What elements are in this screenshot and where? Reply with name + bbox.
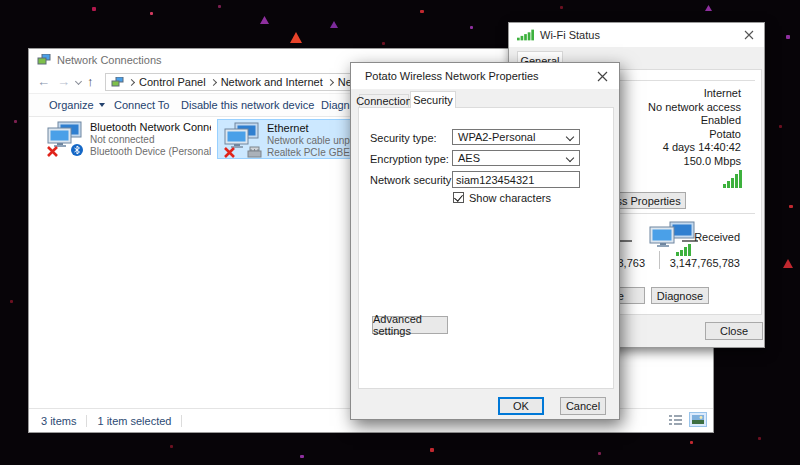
ethernet-badge-icon [248,147,261,157]
encryption-type-label: Encryption type: [370,153,449,165]
desktop-speck [690,441,693,444]
security-type-label: Security type: [370,132,437,144]
tab-security[interactable]: Security [410,91,456,108]
checkmark-icon [454,192,463,201]
connection-name: Bluetooth Network Connection [90,121,211,134]
sent-value: 3,763 [617,257,645,269]
ws-window-title: Wi-Fi Status [540,29,600,41]
wifi-signal-icon [517,29,534,41]
connection-device: Bluetooth Device (Personal Area ... [90,146,211,158]
desktop-speck [598,452,601,455]
recent-locations-icon[interactable] [75,78,82,85]
ethernet-adapter-icon [222,122,262,158]
security-type-select[interactable]: WPA2-Personal [452,129,580,145]
desktop-speck [758,437,761,440]
ipv6-connectivity-value: No network access [648,101,741,115]
desktop-speck [10,300,13,303]
connection-status: Not connected [90,134,211,146]
back-icon[interactable]: ← [37,74,50,89]
breadcrumb-network-and-internet[interactable]: Network and Internet [221,76,323,88]
breadcrumb-chevron-icon[interactable] [327,78,334,85]
advanced-settings-label: Advanced settings [373,313,447,337]
connection-values: Internet No network access Enabled Potat… [648,87,741,168]
connect-to-button[interactable]: Connect To [114,99,169,111]
close-button[interactable]: Close [705,322,763,340]
desktop-speck [789,205,793,208]
chevron-down-icon [566,154,574,162]
encryption-type-select[interactable]: AES [452,150,580,166]
desktop-speck [300,455,304,458]
desktop-speck [330,21,338,28]
chevron-down-icon [99,103,105,107]
desktop-speck [218,5,221,8]
desktop-speck [382,42,385,45]
activity-column-divider [659,251,660,269]
wireless-properties-dialog: Potato Wireless Network Properties Conne… [350,62,620,420]
item-count: 3 items [41,415,76,427]
desktop-speck [260,16,269,24]
disable-device-button[interactable]: Disable this network device [181,99,314,111]
tab-connection-label: Connection [356,95,412,107]
desktop: Network Connections ← → ↑ Control Panel … [0,0,800,465]
signal-quality-icon [723,170,742,188]
desktop-speck [150,12,153,15]
tab-security-label: Security [413,94,453,106]
pd-security-page: Security type: WPA2-Personal Encryption … [358,107,614,389]
status-separator [86,415,87,427]
desktop-speck [783,259,793,268]
desktop-speck [430,448,434,452]
cancel-button[interactable]: Cancel [560,397,606,415]
desktop-speck [14,120,17,123]
status-separator [181,415,182,427]
media-state-value: Enabled [648,114,741,128]
speed-value: 150.0 Mbps [648,155,741,169]
ws-title-bar[interactable]: Wi-Fi Status [509,23,764,47]
encryption-type-value: AES [458,152,480,164]
up-icon[interactable]: ↑ [87,74,94,89]
chevron-down-icon [566,133,574,141]
selection-count: 1 item selected [97,415,171,427]
connection-item-bluetooth[interactable]: Bluetooth Network Connection Not connect… [41,119,215,159]
breadcrumb-control-panel[interactable]: Control Panel [139,76,206,88]
desktop-speck [290,32,302,43]
breadcrumb-chevron-icon[interactable] [210,78,217,85]
advanced-settings-button[interactable]: Advanced settings [372,316,448,334]
desktop-speck [786,35,790,39]
close-label: Close [720,325,748,337]
ws-close-icon[interactable] [734,23,764,47]
ipv4-connectivity-value: Internet [648,87,741,101]
desktop-speck [420,10,424,13]
pd-dialog-title: Potato Wireless Network Properties [365,70,539,82]
network-connections-icon [37,54,51,66]
diagnose-label: Diagnose [657,290,703,302]
received-value: 3,147,765,783 [670,257,740,269]
ok-label: OK [513,400,529,412]
nc-window-title: Network Connections [57,54,162,66]
desktop-speck [779,125,782,128]
desktop-speck [560,6,563,9]
desktop-speck [705,5,712,11]
ssid-value: Potato [648,128,741,142]
pd-close-icon[interactable] [585,63,619,89]
breadcrumb-chevron-icon[interactable] [128,78,135,85]
show-characters-checkbox[interactable] [453,192,464,203]
duration-value: 4 days 14:40:42 [648,141,741,155]
ok-button[interactable]: OK [498,397,544,415]
breadcrumb-location-icon [111,77,124,88]
list-view-icon[interactable] [668,414,683,429]
bluetooth-adapter-icon [45,121,85,157]
show-characters-label: Show characters [469,192,551,204]
network-key-input[interactable] [452,171,580,188]
organize-menu[interactable]: Organize [49,99,105,111]
forward-icon[interactable]: → [57,74,70,89]
cancel-label: Cancel [566,400,600,412]
security-type-value: WPA2-Personal [458,131,535,143]
diagnose-button[interactable]: Diagnose [651,287,709,304]
activity-computers-icon [646,220,700,256]
desktop-speck [92,7,96,11]
tab-connection[interactable]: Connection [359,94,409,107]
received-label: Received [694,231,740,243]
pd-title-bar[interactable]: Potato Wireless Network Properties [351,63,619,89]
bluetooth-badge-icon [71,144,83,156]
thumbnail-view-icon[interactable] [689,412,707,427]
